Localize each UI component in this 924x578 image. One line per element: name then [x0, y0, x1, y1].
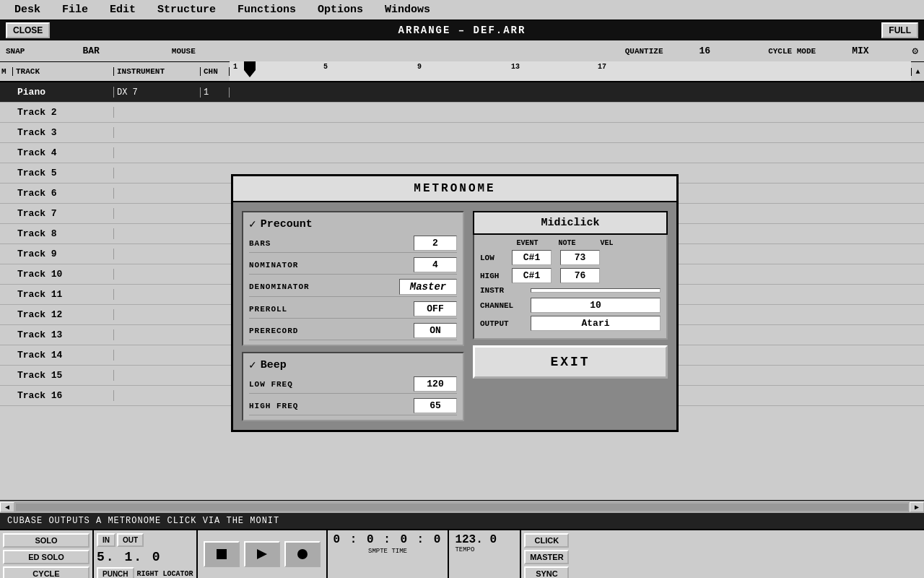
low-note-value[interactable]: C#1: [512, 250, 552, 265]
bars-label: BARS: [249, 239, 271, 248]
track-row[interactable]: Track 4: [0, 143, 924, 163]
prerecord-label: PRERECORD: [249, 327, 298, 335]
full-button[interactable]: FULL: [881, 22, 918, 38]
menu-edit[interactable]: Edit: [110, 4, 136, 16]
track-instrument: DX 7: [114, 87, 201, 98]
arrange-ruler: 1 5 9 13 17: [230, 61, 911, 82]
channel-value[interactable]: 10: [531, 298, 661, 313]
high-row-label: HIGH: [480, 272, 509, 280]
low-row-label: LOW: [480, 254, 509, 262]
cycle-button[interactable]: CYCLE: [3, 566, 90, 578]
play-button[interactable]: [244, 541, 280, 567]
menu-functions[interactable]: Functions: [237, 4, 296, 16]
bottom-controls: SOLO ED SOLO CYCLE IN OUT 5. 1. 0 PUNCH …: [0, 529, 924, 578]
preroll-label: PREROLL: [249, 305, 287, 314]
click-button[interactable]: CLICK: [524, 533, 569, 548]
record-button[interactable]: [284, 541, 321, 567]
hscroll-right-button[interactable]: ▶: [910, 502, 924, 512]
output-value[interactable]: Atari: [531, 316, 661, 331]
track-row[interactable]: Track 2: [0, 103, 924, 123]
ruler-mark-1: 1: [233, 63, 237, 71]
high-freq-row: HIGH FREQ 65: [249, 397, 457, 415]
precount-check: ✓: [249, 217, 256, 231]
svg-marker-0: [244, 61, 256, 77]
menu-file[interactable]: File: [62, 4, 88, 16]
track-row[interactable]: Track 3: [0, 123, 924, 143]
master-button[interactable]: MASTER: [524, 550, 569, 564]
sync-button[interactable]: SYNC: [524, 566, 569, 578]
high-vel-value[interactable]: 76: [560, 268, 600, 283]
instrument-header: INSTRUMENT: [114, 67, 201, 76]
bars-row: BARS 2: [249, 234, 457, 253]
track-name: Track 12: [13, 309, 114, 320]
vel-col-header: VEL: [587, 239, 627, 247]
denominator-label: DENOMINATOR: [249, 282, 310, 291]
menu-windows[interactable]: Windows: [385, 4, 430, 16]
hscroll-track[interactable]: [16, 504, 908, 511]
scroll-up-button[interactable]: ▲: [911, 68, 924, 76]
close-button[interactable]: CLOSE: [6, 22, 50, 38]
status-bar: CUBASE OUTPUTS A METRONOME CLICK VIA THE…: [0, 513, 924, 529]
denominator-value[interactable]: Master: [399, 279, 457, 295]
preroll-value[interactable]: OFF: [414, 301, 457, 316]
settings-icon[interactable]: ⚙: [912, 45, 918, 57]
track-arrange-area: [230, 82, 924, 102]
stop-button[interactable]: [204, 541, 240, 567]
menu-structure[interactable]: Structure: [157, 4, 216, 16]
prerecord-value[interactable]: ON: [414, 323, 457, 338]
dialog-title: METRONOME: [233, 176, 676, 202]
midiclick-header: Midiclick: [473, 211, 668, 235]
track-row[interactable]: Piano DX 7 1: [0, 82, 924, 103]
low-freq-value[interactable]: 120: [414, 376, 457, 392]
track-name: Track 3: [13, 127, 114, 138]
ed-solo-button[interactable]: ED SOLO: [3, 550, 90, 564]
track-name: Track 14: [13, 350, 114, 361]
track-name: Track 5: [13, 168, 114, 178]
high-freq-value[interactable]: 65: [414, 398, 457, 413]
quantize-value[interactable]: 16: [699, 46, 711, 56]
precount-checkbox-row[interactable]: ✓ Precount: [249, 217, 457, 231]
menu-options[interactable]: Options: [318, 4, 363, 16]
solo-button[interactable]: SOLO: [3, 533, 90, 548]
high-note-value[interactable]: C#1: [512, 268, 552, 283]
punch-button[interactable]: PUNCH: [97, 567, 134, 578]
channel-label: CHANNEL: [480, 301, 531, 310]
note-col-header: NOTE: [547, 239, 587, 247]
hscrollbar: ◀ ▶: [0, 500, 924, 513]
cycle-mode-value[interactable]: MIX: [852, 46, 868, 56]
beep-label: Beep: [261, 359, 287, 371]
quantize-label: QUANTIZE: [625, 47, 663, 56]
low-vel-value[interactable]: 73: [560, 250, 600, 265]
mc-col-headers: EVENT NOTE VEL: [480, 239, 661, 247]
nominator-row: NOMINATOR 4: [249, 256, 457, 275]
in-button[interactable]: IN: [97, 533, 116, 547]
exit-button[interactable]: EXIT: [473, 345, 668, 379]
channel-row: CHANNEL 10: [480, 298, 661, 313]
transport-buttons: [198, 530, 328, 578]
beep-checkbox-row[interactable]: ✓ Beep: [249, 358, 457, 372]
track-name: Track 2: [13, 107, 114, 118]
precount-label: Precount: [261, 218, 313, 230]
mouse-label: MOUSE: [172, 47, 196, 56]
mc-low-row: LOW C#1 73: [480, 250, 661, 265]
nominator-value[interactable]: 4: [414, 257, 457, 272]
smpte-area: 0 : 0 : 0 : 0 SMPTE TIME: [328, 530, 450, 578]
mc-high-row: HIGH C#1 76: [480, 268, 661, 283]
track-name: Track 7: [13, 208, 114, 219]
prerecord-row: PRERECORD ON: [249, 322, 457, 340]
toolbar: SNAP BAR MOUSE QUANTIZE 16 CYCLE MODE MI…: [0, 40, 924, 62]
bars-value[interactable]: 2: [414, 236, 457, 251]
smpte-value: 0 : 0 : 0 : 0: [334, 533, 443, 546]
out-button[interactable]: OUT: [117, 533, 144, 547]
in-out-area: IN OUT: [94, 530, 196, 547]
bar-value[interactable]: BAR: [82, 46, 99, 56]
hscroll-left-button[interactable]: ◀: [0, 502, 14, 512]
midiclick-body: EVENT NOTE VEL LOW C#1 73: [473, 235, 668, 340]
svg-rect-1: [217, 549, 227, 559]
cycle-mode-label: CYCLE MODE: [768, 47, 816, 56]
preroll-row: PREROLL OFF: [249, 300, 457, 319]
instr-value[interactable]: [531, 288, 661, 293]
track-name: Piano: [13, 87, 114, 98]
menu-desk[interactable]: Desk: [14, 4, 40, 16]
track-header-label: TRACK: [13, 67, 114, 76]
